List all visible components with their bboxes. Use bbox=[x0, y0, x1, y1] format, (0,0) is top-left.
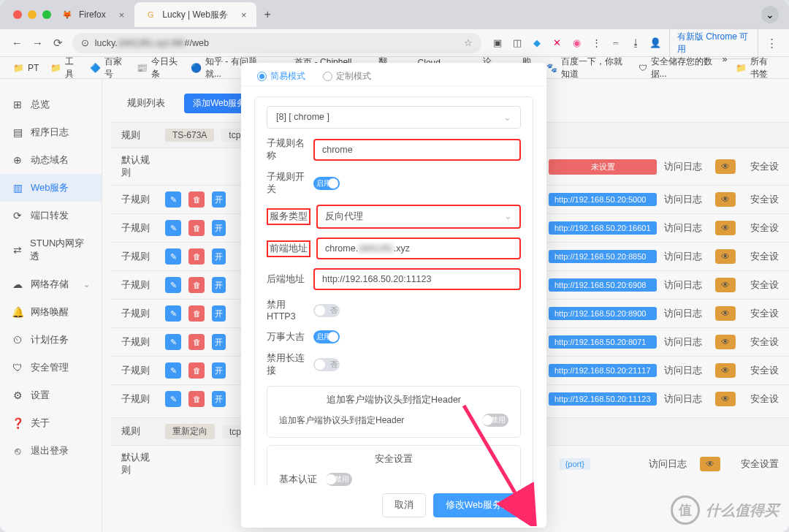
subrule-switch-toggle[interactable]: 启用 bbox=[313, 177, 340, 190]
chevron-down-icon: ⌄ bbox=[503, 112, 511, 123]
field-label-back: 后端地址 bbox=[267, 273, 308, 286]
cancel-button[interactable]: 取消 bbox=[382, 493, 426, 517]
http3-toggle[interactable]: 否 bbox=[313, 304, 340, 317]
rule-selector[interactable]: [8] [ chrome ]⌄ bbox=[267, 106, 521, 129]
field-label-switch: 子规则开关 bbox=[267, 171, 308, 196]
chevron-down-icon: ⌄ bbox=[504, 210, 512, 223]
field-label-lucky: 万事大吉 bbox=[267, 331, 308, 343]
service-type-select[interactable]: 反向代理⌄ bbox=[316, 205, 521, 229]
field-label-name: 子规则名称 bbox=[267, 137, 308, 162]
backend-addr-input[interactable] bbox=[313, 268, 521, 290]
subrule-name-input[interactable] bbox=[313, 139, 521, 161]
radio-on-icon bbox=[257, 72, 267, 81]
frontend-addr-input[interactable]: chrome.1841261.xyz bbox=[316, 238, 521, 259]
lucky-toggle[interactable]: 启用 bbox=[313, 330, 340, 343]
section-title-header: 追加客户端协议头到指定Header bbox=[279, 394, 508, 406]
edit-rule-modal: 简易模式 定制模式 [8] [ chrome ]⌄ 子规则名称 子规则开关 启用… bbox=[241, 63, 546, 528]
header-toggle[interactable]: 禁用 bbox=[482, 414, 508, 427]
field-label-http3: 禁用HTTP3 bbox=[267, 299, 308, 322]
basic-auth-toggle[interactable]: 禁用 bbox=[326, 473, 352, 486]
longconn-toggle[interactable]: 否 bbox=[313, 358, 340, 371]
mode-custom-radio[interactable]: 定制模式 bbox=[323, 70, 371, 83]
basic-auth-label: 基本认证 bbox=[279, 474, 320, 486]
section-title-security: 安全设置 bbox=[279, 453, 508, 466]
mode-simple-radio[interactable]: 简易模式 bbox=[257, 70, 305, 83]
field-label-front: 前端地址 bbox=[270, 243, 308, 254]
watermark-icon: 值 bbox=[671, 495, 700, 525]
field-label-type: 服务类型 bbox=[270, 211, 308, 221]
section-label: 追加客户端协议头到指定Header bbox=[279, 414, 476, 427]
field-label-longconn: 禁用长连接 bbox=[267, 352, 308, 377]
watermark: 值 什么值得买 bbox=[671, 495, 779, 525]
submit-button[interactable]: 修改Web服务规则 bbox=[433, 493, 533, 517]
radio-off-icon bbox=[323, 72, 332, 81]
